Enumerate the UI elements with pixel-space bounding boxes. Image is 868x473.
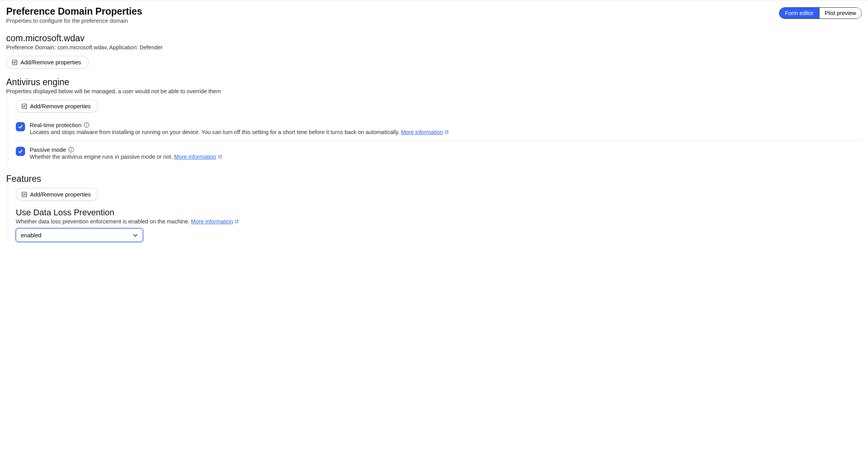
view-mode-segmented: Form editor Plist preview [779,7,862,19]
realtime-protection-row: Real-time protection Locates and stops m… [16,116,862,141]
checklist-icon [22,104,27,109]
passive-mode-label: Passive mode [30,146,66,153]
antivirus-add-remove-button[interactable]: Add/Remove properties [16,100,98,112]
page-title: Preference Domain Properties [6,6,142,17]
realtime-protection-checkbox[interactable] [16,122,25,131]
domain-title: com.microsoft.wdav [6,33,862,44]
add-remove-label: Add/Remove properties [30,191,91,198]
add-remove-label: Add/Remove properties [20,59,81,65]
realtime-protection-desc: Locates and stops malware from installin… [30,129,399,135]
svg-point-4 [86,123,87,124]
realtime-protection-label: Real-time protection [30,122,81,128]
svg-rect-3 [86,124,87,126]
info-icon[interactable] [68,147,74,153]
dlp-select[interactable]: enabled [16,228,143,242]
svg-point-7 [71,148,72,149]
features-add-remove-button[interactable]: Add/Remove properties [16,188,98,201]
info-icon[interactable] [84,122,89,128]
features-title: Features [6,174,862,184]
antivirus-engine-subtitle: Properties displayed below will be manag… [6,88,862,94]
domain-subtitle: Preference Domain: com.microsoft.wdav, A… [6,44,862,50]
passive-mode-row: Passive mode Whether the antivirus engin… [16,141,862,165]
passive-more-info-link[interactable]: More information [174,154,222,160]
passive-mode-desc: Whether the antivirus engine runs in pas… [30,154,173,160]
svg-rect-6 [71,149,71,151]
realtime-more-info-link[interactable]: More information [401,129,449,135]
antivirus-engine-title: Antivirus engine [6,77,862,87]
dlp-desc: Whether data loss prevention enforcement… [16,218,190,225]
page-subtitle: Properties to configure for the preferen… [6,18,142,24]
dlp-more-info-link[interactable]: More information [191,218,239,225]
external-link-icon [218,154,222,159]
checklist-icon [22,192,27,197]
add-remove-properties-button[interactable]: Add/Remove properties [6,56,89,69]
external-link-icon [444,130,449,134]
checklist-icon [12,60,17,65]
add-remove-label: Add/Remove properties [30,103,91,109]
form-editor-tab[interactable]: Form editor [779,8,819,18]
dlp-title: Use Data Loss Prevention [16,208,862,218]
plist-preview-tab[interactable]: Plist preview [819,8,861,18]
external-link-icon [234,219,239,224]
passive-mode-checkbox[interactable] [16,147,25,156]
